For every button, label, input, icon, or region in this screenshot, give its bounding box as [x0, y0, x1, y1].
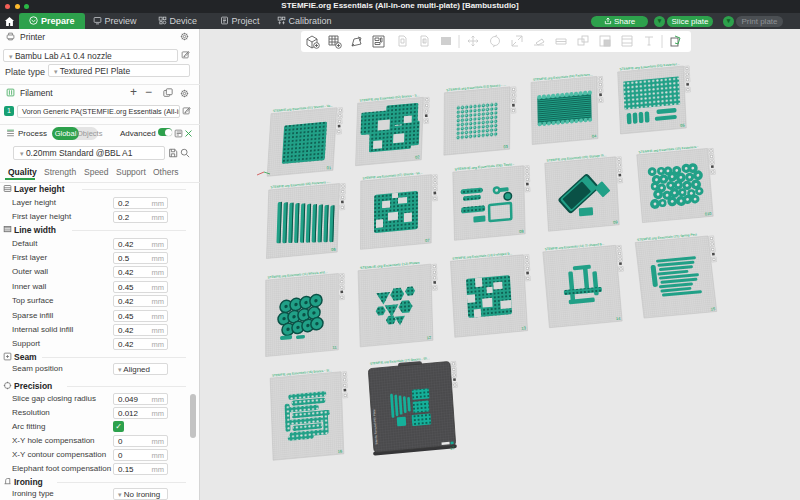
svg-text:010: 010 — [705, 211, 713, 217]
